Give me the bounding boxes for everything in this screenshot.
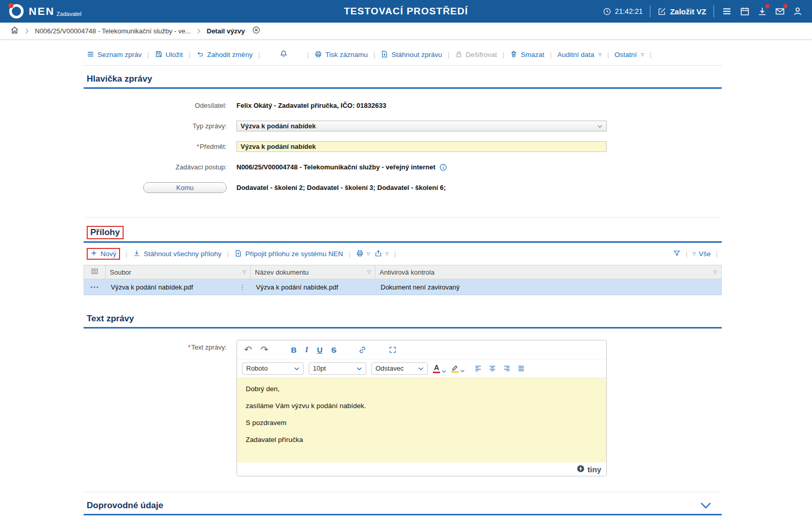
font-size-select[interactable]: 10pt [309,362,366,375]
filter-caret-icon[interactable]: ▽ [367,269,371,275]
create-vz-button[interactable]: Založit VZ [658,7,706,16]
download-message-button[interactable]: Stáhnout zprávu [381,50,442,60]
row-handle-icon[interactable]: ⋮ [239,283,246,291]
info-icon[interactable] [439,163,447,171]
new-attachment-button[interactable]: Nový [90,249,116,258]
brand-name: NEN [29,5,54,17]
divider: | [549,51,552,59]
audit-data-button[interactable]: Auditní data ▽ [557,51,601,59]
list-icon [87,50,94,60]
divider [714,5,714,17]
section-title: Přílohy [90,227,120,237]
required-asterisk: * [188,343,191,351]
decrypt-button: Dešifrovat [455,50,497,60]
recipients-button[interactable]: Komu [143,182,227,193]
underline-icon[interactable]: U [317,345,323,354]
link-icon[interactable] [358,345,367,354]
editor-toolbar-row2: Roboto 10pt Odstavec A [237,359,606,377]
dropdown-caret-icon: ▽ [367,252,370,256]
form-row-sender: Odesílatel: Felix Okátý - Zadavatel přír… [84,100,722,111]
doc-name-cell[interactable]: Výzva k podání nabídek.pdf [251,279,375,295]
file-cell[interactable]: Výzva k podání nabídek.pdf ⋮ [106,279,251,295]
highlight-color-button[interactable] [451,364,465,373]
bell-icon [280,50,288,60]
menu-button[interactable] [721,6,732,16]
command-bar: Seznam zpráv | Uložit | Zahodit změny | … [84,44,722,66]
export-attachments-button[interactable]: ▽ [374,249,388,259]
subject-input[interactable]: Výzva k podání nabídek [236,141,607,152]
message-header-form: Odesílatel: Felix Okátý - Zadavatel přír… [84,89,722,217]
print-record-button[interactable]: Tisk záznamu [314,50,368,60]
divider: | [146,51,150,59]
home-button[interactable] [10,26,19,36]
download-icon [133,249,141,259]
editor-paragraph: Zadavatel příručka [246,436,598,444]
downloads-button[interactable] [757,6,767,16]
breadcrumb-current[interactable]: Detail výzvy [207,27,245,35]
align-center-icon[interactable] [488,364,497,372]
column-header-file[interactable]: Soubor ▽ [106,265,251,279]
other-button[interactable]: Ostatní ▽ [615,51,644,59]
fullscreen-icon[interactable] [388,345,397,354]
download-all-attachments-button[interactable]: Stáhnout všechny přílohy [133,249,222,259]
recipients-cell: Komu [84,182,232,193]
expand-section-button[interactable] [700,502,719,509]
nen-logo [9,4,24,18]
align-justify-icon[interactable] [517,364,525,372]
message-list-button[interactable]: Seznam zpráv [87,50,142,60]
home-icon [10,28,19,36]
trash-icon [510,50,518,60]
font-family-select[interactable]: Roboto [242,362,304,375]
divider: | [715,250,719,258]
selection-column-header[interactable] [84,265,106,279]
section-title: Hlavička zprávy [87,74,152,84]
text-color-button[interactable]: A [433,364,446,373]
view-all-filter-button[interactable]: ▽ Vše [692,250,710,258]
notifications-button[interactable] [280,50,288,60]
close-tab-button[interactable] [252,26,261,36]
save-button[interactable]: Uložit [155,50,183,60]
delete-button[interactable]: Smazat [510,50,544,60]
form-row-message-type: Typ zprávy: Výzva k podání nabídek [84,121,722,131]
editor-content-area[interactable]: Dobrý den, zasíláme Vám výzvu k podání n… [237,377,606,463]
discard-changes-button[interactable]: Zahodit změny [196,50,253,60]
filter-button[interactable] [673,249,681,259]
paragraph-style-select[interactable]: Odstavec [371,362,428,375]
environment-title: TESTOVACÍ PROSTŘEDÍ [344,6,468,17]
tiny-brand: tiny [587,465,601,474]
column-header-antivirus[interactable]: Antivirová kontrola ▽ [375,265,721,279]
divider: | [257,51,261,59]
dropdown-caret-icon: ▽ [641,52,644,57]
spacer [84,295,722,305]
divider: | [502,51,505,59]
align-left-icon[interactable] [474,364,482,372]
text-color-icon: A [433,364,440,373]
print-attachments-button[interactable]: ▽ [356,249,370,259]
user-button[interactable] [793,6,803,16]
printer-icon [356,249,364,259]
close-circle-icon [252,26,261,36]
attachment-row[interactable]: ••• Výzva k podání nabídek.pdf ⋮ Výzva k… [84,279,721,295]
italic-icon[interactable]: I [305,345,308,354]
align-right-icon[interactable] [503,364,511,372]
calendar-button[interactable] [740,6,750,16]
bold-icon[interactable]: B [291,345,296,354]
message-type-select[interactable]: Výzva k podání nabídek [236,121,607,131]
form-row-procedure: Zadávací postup: N006/25/V00004748 - Tel… [84,162,722,172]
highlight-icon [451,364,459,373]
dropdown-caret-icon: ▽ [692,252,696,256]
strikethrough-icon[interactable]: S [331,345,336,354]
messages-button[interactable] [775,6,785,16]
row-menu-icon[interactable]: ••• [84,279,106,295]
filter-caret-icon[interactable]: ▽ [714,269,717,275]
redo-icon[interactable]: ↷ [261,345,268,354]
undo-icon[interactable]: ↶ [244,345,252,354]
editor-toolbar-row1: ↶ ↷ B I U S [237,340,606,359]
filter-caret-icon[interactable]: ▽ [243,269,246,275]
attach-from-nen-button[interactable]: Připojit přílohu ze systému NEN [234,249,343,259]
message-header-section-title: Hlavička zprávy [84,66,722,89]
breadcrumb-procedure[interactable]: N006/25/V00004748 - Telekomunikační služ… [35,27,191,35]
column-header-doc-name[interactable]: Název dokumentu ▽ [251,265,375,279]
notification-dot [783,4,787,8]
editor-footer: tiny [237,463,606,476]
